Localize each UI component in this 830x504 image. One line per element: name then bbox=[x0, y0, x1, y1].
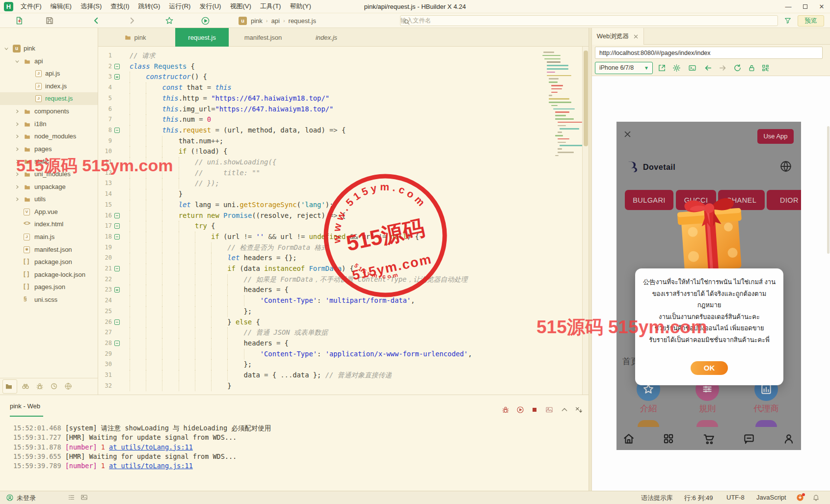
user-icon[interactable] bbox=[6, 494, 14, 502]
code-line-12[interactable]: 12// title: "" bbox=[98, 168, 542, 179]
minimap[interactable] bbox=[542, 47, 582, 292]
code-line-1[interactable]: 1// 请求 bbox=[98, 51, 542, 61]
person-icon[interactable] bbox=[782, 432, 795, 445]
fold-marker-icon[interactable] bbox=[114, 234, 120, 239]
chevron-right-icon[interactable] bbox=[15, 172, 20, 177]
tree-item-package-lock.json[interactable]: [ ]package-lock.json bbox=[0, 268, 98, 281]
arrow-left-icon[interactable] bbox=[704, 64, 712, 72]
chevron-right-icon[interactable] bbox=[15, 197, 20, 202]
close-icon[interactable] bbox=[623, 130, 632, 138]
new-file-icon[interactable] bbox=[15, 16, 24, 25]
back-icon[interactable] bbox=[92, 16, 101, 25]
brand-button-BULGARI[interactable]: BULGARI bbox=[625, 190, 673, 210]
tree-item-components[interactable]: components bbox=[0, 105, 98, 118]
close-tab-icon[interactable] bbox=[633, 34, 639, 39]
breadcrumb-item[interactable]: request.js bbox=[289, 17, 316, 25]
url-input[interactable] bbox=[595, 47, 822, 58]
tree-item-api.js[interactable]: Japi.js bbox=[0, 67, 98, 80]
list-icon[interactable] bbox=[68, 494, 75, 501]
favorite-icon[interactable] bbox=[165, 16, 174, 25]
play-circle-icon[interactable] bbox=[516, 406, 524, 414]
menu-item-6[interactable]: 发行(U) bbox=[195, 0, 225, 13]
fold-marker-icon[interactable] bbox=[114, 341, 120, 346]
explorer-icon[interactable] bbox=[5, 382, 13, 390]
terminal-icon[interactable] bbox=[688, 64, 696, 72]
tree-item-manifest.json[interactable]: ✱manifest.json bbox=[0, 243, 98, 256]
code-line-26[interactable]: 26} else { bbox=[98, 317, 542, 328]
menu-item-9[interactable]: 帮助(Y) bbox=[285, 0, 315, 13]
code-line-19[interactable]: 19// 检查是否为 FormData 格式 bbox=[98, 242, 542, 253]
notification-bell-icon[interactable] bbox=[782, 354, 794, 366]
code-line-10[interactable]: 10if (!load) { bbox=[98, 146, 542, 157]
ok-button[interactable]: OK bbox=[691, 361, 728, 375]
breadcrumb-item[interactable]: pink bbox=[251, 17, 263, 25]
maximize-button[interactable] bbox=[797, 0, 813, 13]
chevron-down-icon[interactable] bbox=[4, 46, 9, 51]
breadcrumb-item[interactable]: api bbox=[271, 17, 280, 25]
menu-item-4[interactable]: 跳转(G) bbox=[134, 0, 165, 13]
code-line-18[interactable]: 18if (url != '' && url != undefined && u… bbox=[98, 232, 542, 242]
tree-item-index.html[interactable]: <>index.html bbox=[0, 218, 98, 231]
chevron-right-icon[interactable] bbox=[15, 185, 20, 189]
lock-icon[interactable] bbox=[748, 64, 756, 72]
log-source-link[interactable]: at utils/toLang.js:11 bbox=[109, 462, 193, 470]
log-source-link[interactable]: at utils/toLang.js:11 bbox=[109, 443, 193, 451]
code-line-27[interactable]: 27// 普通 JSON 或表单数据 bbox=[98, 327, 542, 338]
fold-marker-icon[interactable] bbox=[114, 64, 120, 69]
binoculars-icon[interactable] bbox=[22, 382, 29, 390]
close-button[interactable]: ✕ bbox=[813, 0, 830, 13]
tree-item-static[interactable]: static bbox=[0, 155, 98, 168]
fold-marker-icon[interactable] bbox=[114, 223, 120, 229]
image-icon[interactable] bbox=[545, 406, 553, 414]
code-line-23[interactable]: 23headers = { bbox=[98, 285, 542, 295]
fold-marker-icon[interactable] bbox=[114, 287, 120, 292]
chevron-up-icon[interactable] bbox=[561, 406, 568, 414]
menu-item-0[interactable]: 文件(F) bbox=[16, 0, 46, 13]
chevron-right-icon[interactable] bbox=[15, 134, 20, 139]
code-line-21[interactable]: 21if (data instanceof FormData) { bbox=[98, 264, 542, 274]
code-line-8[interactable]: 8this.request = (url, method, data, load… bbox=[98, 125, 542, 136]
panel-divider[interactable] bbox=[589, 28, 592, 491]
menu-item-2[interactable]: 选择(S) bbox=[76, 0, 106, 13]
code-line-11[interactable]: 11// uni.showLoading({ bbox=[98, 157, 542, 168]
tree-item-utils[interactable]: utils bbox=[0, 193, 98, 206]
code-line-6[interactable]: 6this.img_url="https://647.haiwaiym18.to… bbox=[98, 104, 542, 115]
minimize-button[interactable]: — bbox=[780, 0, 797, 13]
gallery-icon[interactable] bbox=[80, 494, 88, 501]
run-icon[interactable] bbox=[201, 16, 210, 26]
menu-item-7[interactable]: 视图(V) bbox=[225, 0, 255, 13]
refresh-icon[interactable] bbox=[733, 64, 742, 72]
console-tab[interactable]: pink - Web bbox=[10, 402, 40, 410]
tree-item-unpackage[interactable]: unpackage bbox=[0, 181, 98, 193]
code-line-16[interactable]: 16return new Promise((resolve, reject) =… bbox=[98, 211, 542, 221]
code-line-15[interactable]: 15let lang = uni.getStorageSync('lang'); bbox=[98, 200, 542, 211]
home-icon[interactable] bbox=[622, 432, 635, 445]
arrow-right-icon[interactable] bbox=[719, 64, 727, 72]
editor-tab-index.js[interactable]: index.js bbox=[308, 28, 345, 47]
use-app-button[interactable]: Use App bbox=[757, 129, 794, 144]
preview-button[interactable]: 预览 bbox=[798, 15, 824, 27]
tree-item-pages.json[interactable]: [ ]pages.json bbox=[0, 281, 98, 293]
code-line-7[interactable]: 7this.num = 0 bbox=[98, 114, 542, 125]
code-line-28[interactable]: 28headers = { bbox=[98, 338, 542, 349]
tree-item-main.js[interactable]: Jmain.js bbox=[0, 231, 98, 243]
code-line-9[interactable]: 9that.num++; bbox=[98, 136, 542, 147]
bug-icon[interactable] bbox=[502, 406, 509, 414]
fold-marker-icon[interactable] bbox=[114, 128, 120, 133]
stop-icon[interactable] bbox=[531, 406, 538, 414]
code-editor[interactable]: 1// 请求2class Requests {3constructor() {4… bbox=[98, 47, 542, 395]
tree-item-pink[interactable]: upink bbox=[0, 42, 98, 55]
chat-icon[interactable] bbox=[743, 432, 755, 445]
code-line-20[interactable]: 20let headers = {}; bbox=[98, 253, 542, 264]
login-status[interactable]: 未登录 bbox=[17, 494, 36, 503]
code-line-4[interactable]: 4const that = this bbox=[98, 82, 542, 93]
code-line-25[interactable]: 25}; bbox=[98, 306, 542, 317]
device-selector[interactable]: iPhone 6/7/8▼ bbox=[595, 62, 653, 74]
fold-marker-icon[interactable] bbox=[114, 74, 120, 80]
code-line-32[interactable]: 32} bbox=[98, 381, 542, 392]
history-icon[interactable] bbox=[50, 382, 58, 390]
editor-tab-manifest.json[interactable]: manifest.json bbox=[236, 28, 291, 47]
tree-item-index.js[interactable]: Jindex.js bbox=[0, 80, 98, 93]
code-line-17[interactable]: 17try { bbox=[98, 221, 542, 232]
editor-tab-pink[interactable]: pink bbox=[114, 28, 156, 47]
